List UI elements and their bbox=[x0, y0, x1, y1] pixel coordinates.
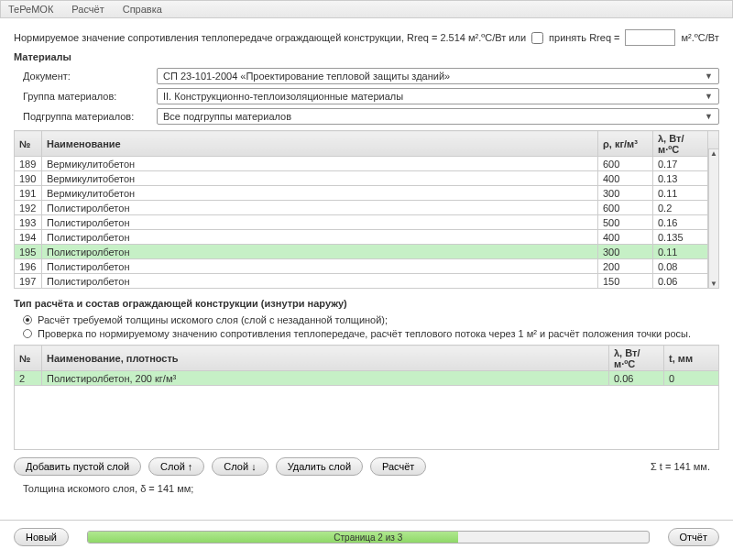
chevron-down-icon: ▼ bbox=[705, 71, 713, 81]
table-row[interactable]: 194Полистиролбетон4000.135 bbox=[15, 230, 719, 245]
th2-no[interactable]: № bbox=[15, 346, 42, 371]
radio-label-2: Проверка по нормируемому значению сопрот… bbox=[38, 328, 691, 339]
table-row[interactable]: 195Полистиролбетон3000.11 bbox=[15, 245, 719, 259]
radio-calc-thickness[interactable] bbox=[23, 315, 32, 324]
sub-label: Подгруппа материалов: bbox=[14, 111, 151, 122]
menu-help[interactable]: Справка bbox=[123, 4, 162, 15]
rreq-text: Нормируемое значение сопротивления тепло… bbox=[14, 32, 526, 43]
scrollbar[interactable]: ▲▼ bbox=[708, 148, 719, 289]
radio-label-1: Расчёт требуемой толщины искомого слоя (… bbox=[38, 314, 388, 325]
th2-name[interactable]: Наименование, плотность bbox=[42, 346, 609, 371]
chevron-down-icon: ▼ bbox=[705, 92, 713, 101]
layer-down-button[interactable]: Слой ↓ bbox=[212, 457, 268, 476]
doc-label: Документ: bbox=[14, 71, 151, 82]
new-button[interactable]: Новый bbox=[14, 528, 69, 546]
sum-t: Σ t = 141 мм. bbox=[651, 461, 719, 472]
materials-heading: Материалы bbox=[14, 51, 719, 62]
table-row[interactable]: 189Вермикулитобетон6000.17 bbox=[15, 157, 719, 171]
table-row[interactable]: 193Полистиролбетон5000.16 bbox=[15, 215, 719, 230]
add-layer-button[interactable]: Добавить пустой слой bbox=[14, 457, 141, 476]
table-row[interactable]: 196Полистиролбетон2000.08 bbox=[15, 259, 719, 274]
empty-area bbox=[15, 386, 719, 450]
materials-table: № Наименование ρ, кг/м³ λ, Вт/м·ºС 189Ве… bbox=[14, 130, 719, 289]
th-rho[interactable]: ρ, кг/м³ bbox=[598, 131, 653, 157]
sub-select[interactable]: Все подгруппы материалов▼ bbox=[157, 108, 719, 125]
table-row[interactable]: 191Вермикулитобетон3000.11 bbox=[15, 186, 719, 201]
doc-select[interactable]: СП 23-101-2004 «Проектирование тепловой … bbox=[157, 68, 719, 84]
th-no[interactable]: № bbox=[15, 131, 42, 157]
layer-up-button[interactable]: Слой ↑ bbox=[148, 457, 204, 476]
progress-bar: Страница 2 из 3 bbox=[87, 531, 650, 544]
th-name[interactable]: Наименование bbox=[42, 131, 598, 157]
rreq-input[interactable] bbox=[625, 29, 675, 46]
grp-select[interactable]: II. Конструкционно-теплоизоляционные мат… bbox=[157, 88, 719, 104]
table-row[interactable]: 197Полистиролбетон1500.06 bbox=[15, 274, 719, 289]
radio-check-norm[interactable] bbox=[23, 329, 32, 338]
rreq-unit: м².ºС/Вт bbox=[681, 32, 718, 43]
th-lambda[interactable]: λ, Вт/м·ºС bbox=[653, 131, 708, 157]
rreq-chk-label: принять Rreq = bbox=[549, 32, 619, 43]
layers-table: № Наименование, плотность λ, Вт/м·ºС t, … bbox=[14, 345, 719, 450]
th2-lambda[interactable]: λ, Вт/м·ºС bbox=[609, 346, 664, 371]
delete-layer-button[interactable]: Удалить слой bbox=[276, 457, 363, 476]
table-row[interactable]: 192Полистиролбетон6000.2 bbox=[15, 201, 719, 215]
rreq-checkbox[interactable] bbox=[531, 32, 543, 44]
grp-label: Группа материалов: bbox=[14, 91, 151, 102]
calc-button[interactable]: Расчёт bbox=[370, 457, 426, 476]
calc-heading: Тип расчёта и состав ограждающей констру… bbox=[14, 298, 719, 309]
th2-t[interactable]: t, мм bbox=[664, 346, 719, 371]
thickness-result: Толщина искомого слоя, δ = 141 мм; bbox=[14, 483, 719, 494]
menu-teremok[interactable]: ТеРеМОК bbox=[8, 4, 53, 15]
report-button[interactable]: Отчёт bbox=[668, 528, 719, 546]
table-row[interactable]: 2Полистиролбетон, 200 кг/м³0.060 bbox=[15, 371, 719, 386]
menubar: ТеРеМОК Расчёт Справка bbox=[0, 0, 733, 18]
page-indicator: Страница 2 из 3 bbox=[88, 532, 649, 544]
table-row[interactable]: 190Вермикулитобетон4000.13 bbox=[15, 171, 719, 186]
chevron-down-icon: ▼ bbox=[705, 112, 713, 121]
menu-calc[interactable]: Расчёт bbox=[71, 4, 104, 15]
